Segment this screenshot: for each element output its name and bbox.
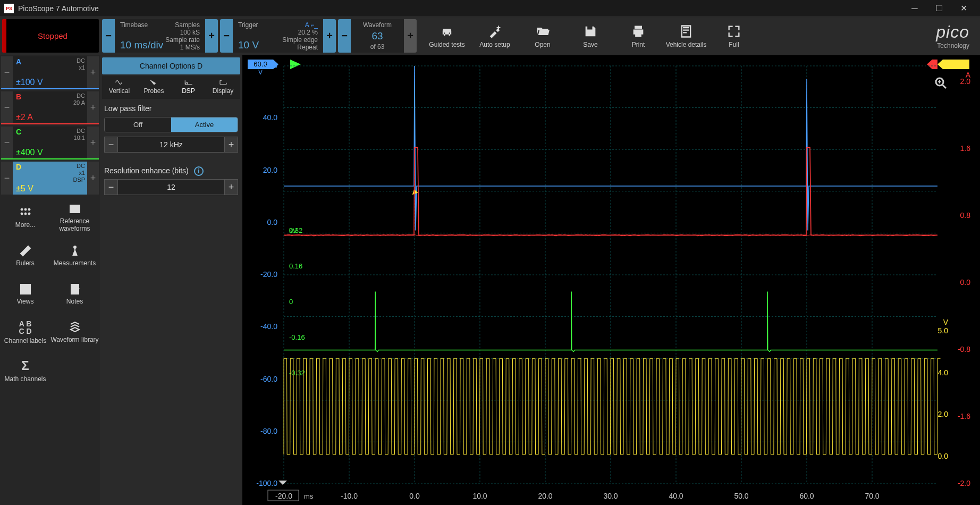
app-title: PicoScope 7 Automotive	[18, 4, 99, 13]
channel-options-panel: Channel Options D Vertical Probes DSP Di…	[100, 55, 242, 505]
maximize-button[interactable]: ☐	[927, 0, 951, 17]
channel-a-body[interactable]: A DCx1 ±100 V	[13, 56, 87, 88]
views-button[interactable]: Views	[1, 275, 49, 313]
res-increase[interactable]: +	[224, 179, 238, 195]
resolution-label: Resolution enhance (bits)	[104, 166, 189, 175]
res-value[interactable]: 12	[118, 179, 224, 195]
svg-text:50.0: 50.0	[734, 492, 748, 500]
lowpass-label: Low pass filter	[104, 104, 238, 113]
tab-vertical[interactable]: Vertical	[102, 75, 137, 99]
waveform-library-button[interactable]: Waveform library	[50, 314, 99, 351]
options-header[interactable]: Channel Options D	[102, 57, 240, 74]
channel-c: − C DC10:1 ±400 V +	[1, 127, 99, 159]
guided-tests-button[interactable]: Guided tests	[423, 17, 471, 55]
svg-text:0.0: 0.0	[267, 218, 278, 226]
svg-text:70.0: 70.0	[865, 492, 879, 500]
svg-text:40.0: 40.0	[263, 113, 277, 122]
svg-point-9	[74, 246, 76, 248]
channel-b-increase[interactable]: +	[87, 91, 99, 123]
svg-text:30.0: 30.0	[603, 492, 618, 500]
svg-text:60.0: 60.0	[263, 61, 277, 70]
minimize-button[interactable]: ─	[902, 0, 927, 17]
channel-a-decrease[interactable]: −	[1, 56, 13, 88]
resolution-spinner: − 12 +	[104, 179, 238, 195]
reference-waveforms-button[interactable]: Reference waveforms	[50, 199, 99, 236]
auto-setup-button[interactable]: Auto setup	[471, 17, 519, 55]
lowpass-off[interactable]: Off	[105, 117, 171, 132]
svg-text:60.0: 60.0	[799, 492, 814, 500]
waveform-prev[interactable]: −	[338, 19, 351, 53]
lowpass-active[interactable]: Active	[171, 117, 238, 132]
vehicle-details-button[interactable]: Vehicle details	[662, 17, 710, 55]
rulers-button[interactable]: Rulers	[1, 237, 49, 274]
svg-text:4.0: 4.0	[938, 368, 949, 377]
svg-text:ms: ms	[304, 492, 314, 500]
channel-d-decrease[interactable]: −	[1, 162, 13, 195]
svg-point-6	[24, 213, 27, 215]
svg-text:0.16: 0.16	[289, 262, 302, 270]
svg-text:40.0: 40.0	[669, 492, 683, 500]
notes-button[interactable]: Notes	[50, 275, 99, 313]
trigger-body[interactable]: Trigger A ⌐_20.2 % 10 V Simple edgeRepea…	[233, 19, 323, 53]
svg-text:0.8: 0.8	[960, 211, 971, 220]
waveform-plot[interactable]: 60.040.020.00.0-20.0-40.0-60.0-80.0-100.…	[242, 55, 980, 505]
close-button[interactable]: ✕	[951, 0, 976, 17]
more-button[interactable]: More...	[1, 199, 49, 236]
tab-probes[interactable]: Probes	[137, 75, 171, 99]
timebase-value: 10 ms/div	[120, 39, 163, 51]
save-button[interactable]: Save	[567, 17, 614, 55]
app-icon: PS	[4, 4, 14, 13]
timebase-label: Timebase	[120, 21, 148, 36]
svg-text:20.0: 20.0	[538, 492, 552, 500]
print-button[interactable]: Print	[614, 17, 662, 55]
side-tools: More... Reference waveforms Rulers Measu…	[0, 196, 100, 392]
res-decrease[interactable]: −	[104, 179, 118, 195]
window-controls: ─ ☐ ✕	[902, 0, 976, 17]
trigger-increase[interactable]: +	[323, 19, 336, 53]
channel-d: − D DCx1DSP ±5 V +	[1, 162, 99, 195]
run-stop-button[interactable]: Stopped	[2, 19, 99, 53]
svg-text:0.32: 0.32	[289, 226, 302, 234]
svg-text:2.0: 2.0	[938, 410, 949, 418]
timebase-increase[interactable]: +	[205, 19, 218, 53]
svg-text:V: V	[943, 318, 949, 326]
options-tabs: Vertical Probes DSP Display	[102, 75, 240, 99]
brand-logo: pico Technology	[925, 17, 980, 55]
channel-c-decrease[interactable]: −	[1, 127, 13, 158]
tab-dsp[interactable]: DSP	[171, 75, 206, 99]
lpf-decrease[interactable]: −	[104, 137, 118, 153]
channel-d-increase[interactable]: +	[87, 162, 99, 195]
svg-text:1.6: 1.6	[960, 144, 971, 153]
trigger-control: − Trigger A ⌐_20.2 % 10 V Simple edgeRep…	[220, 19, 336, 53]
channel-d-body[interactable]: D DCx1DSP ±5 V	[13, 162, 87, 195]
svg-text:-10.0: -10.0	[341, 492, 358, 500]
channel-labels-button[interactable]: A BC DChannel labels	[1, 314, 49, 351]
open-button[interactable]: Open	[519, 17, 567, 55]
title-bar: PS PicoScope 7 Automotive ─ ☐ ✕	[0, 0, 980, 17]
timebase-decrease[interactable]: −	[102, 19, 115, 53]
channel-b-body[interactable]: B DC20 A ±2 A	[13, 91, 87, 123]
channel-b-decrease[interactable]: −	[1, 91, 13, 123]
channel-a-increase[interactable]: +	[87, 56, 99, 88]
lowpass-toggle[interactable]: Off Active	[104, 117, 238, 132]
timebase-body[interactable]: Timebase Samples100 kS 10 ms/div Sample …	[115, 19, 205, 53]
tab-display[interactable]: Display	[206, 75, 240, 99]
scope-view[interactable]: 60.0V 60.040.020.00.0-20.0-40.0-60.0-80.…	[242, 55, 980, 505]
svg-text:10.0: 10.0	[472, 492, 487, 500]
measurements-button[interactable]: Measurements	[50, 237, 99, 274]
math-channels-button[interactable]: ΣMath channels	[1, 352, 49, 389]
channel-c-increase[interactable]: +	[87, 127, 99, 158]
waveform-next[interactable]: +	[404, 19, 417, 53]
fullscreen-button[interactable]: Full	[710, 17, 758, 55]
svg-text:0.0: 0.0	[938, 452, 949, 460]
channel-b: − B DC20 A ±2 A +	[1, 91, 99, 124]
lpf-value[interactable]: 12 kHz	[118, 137, 224, 153]
channel-c-body[interactable]: C DC10:1 ±400 V	[13, 127, 87, 158]
info-icon[interactable]: i	[194, 166, 204, 176]
lpf-increase[interactable]: +	[224, 137, 238, 153]
svg-marker-81	[278, 481, 287, 485]
trigger-decrease[interactable]: −	[220, 19, 233, 53]
resolution-section: Resolution enhance (bits) i − 12 +	[102, 161, 240, 204]
waveform-body[interactable]: Waveform 63 of 63	[351, 19, 404, 53]
svg-point-3	[24, 208, 27, 211]
